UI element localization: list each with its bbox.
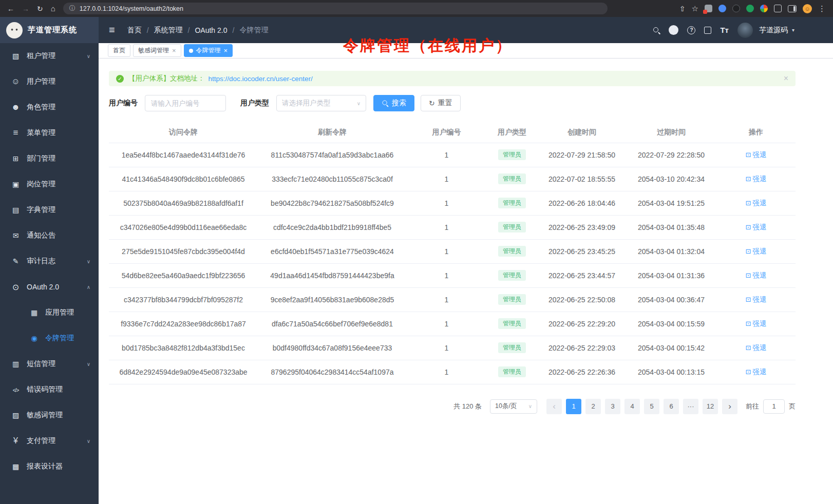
extension-icon[interactable] (705, 5, 712, 12)
sidebar-item-dict[interactable]: 字典管理 (0, 197, 99, 223)
browser-profile-avatar[interactable] (803, 4, 812, 13)
refresh-token-cell: dfa6c71a50a54c66bef706ef9e6e8d81 (258, 312, 407, 336)
user-icon (11, 77, 20, 86)
page-button[interactable]: 1 (566, 399, 581, 414)
close-icon[interactable] (784, 74, 788, 83)
menu-collapse-icon[interactable] (109, 24, 115, 36)
delete-icon (746, 223, 751, 231)
back-icon[interactable] (7, 5, 14, 12)
page-button[interactable]: 3 (605, 399, 620, 414)
sidebar-item-user[interactable]: 用户管理 (0, 69, 99, 94)
force-logout-button[interactable]: 强退 (746, 343, 767, 353)
table-row: b0d1785bc3a8482f812db4a3f3bd15ec b0df498… (109, 336, 796, 360)
sidebar-item-token-manage[interactable]: 令牌管理 (0, 325, 99, 351)
page-button[interactable]: 5 (644, 399, 659, 414)
reload-icon[interactable] (37, 5, 43, 12)
delete-icon (746, 320, 751, 327)
sidebar-item-tenant[interactable]: 租户管理 (0, 43, 99, 69)
sidebar-item-audit-log[interactable]: 审计日志 (0, 248, 99, 274)
goto-page-input[interactable] (763, 399, 785, 414)
help-icon[interactable] (687, 26, 695, 34)
refresh-token-cell: 333ecfc71e02480cb11055c875c3ca0f (258, 167, 407, 191)
page-size-select[interactable]: 10条/页 (490, 399, 537, 414)
github-icon[interactable] (669, 25, 678, 35)
force-logout-button[interactable]: 强退 (746, 247, 767, 256)
breadcrumb: 首页 系统管理 OAuth 2.0 令牌管理 (127, 26, 269, 35)
user-type-badge: 管理员 (498, 294, 526, 305)
user-id-input[interactable] (145, 95, 226, 111)
sidebar-item-menu[interactable]: 菜单管理 (0, 120, 99, 146)
home-icon[interactable] (51, 5, 55, 12)
user-type-badge: 管理员 (498, 149, 526, 161)
extension-icon[interactable] (760, 5, 768, 12)
force-logout-button[interactable]: 强退 (746, 223, 767, 232)
search-button[interactable]: 搜索 (373, 95, 414, 111)
sidebar-item-app-manage[interactable]: 应用管理 (0, 300, 99, 325)
user-id-cell: 1 (407, 167, 486, 191)
force-logout-button[interactable]: 强退 (746, 367, 767, 377)
extension-icon[interactable] (732, 5, 740, 12)
force-logout-button[interactable]: 强退 (746, 295, 767, 304)
access-token-cell: 275e5de9151045fe87cbdc395e004f4d (109, 239, 258, 263)
force-logout-button[interactable]: 强退 (746, 175, 767, 184)
extension-icon[interactable] (718, 5, 726, 12)
next-page-button[interactable] (722, 399, 737, 414)
app-logo[interactable]: 芋道管理系统 (0, 17, 99, 43)
breadcrumb-item[interactable]: 系统管理 (154, 26, 183, 35)
username[interactable]: 芋道源码 (759, 26, 788, 35)
page-button[interactable]: 2 (585, 399, 601, 414)
page-button[interactable]: ··· (683, 399, 698, 414)
force-logout-button[interactable]: 强退 (746, 199, 767, 208)
tab-sensitive-word[interactable]: 敏感词管理 (133, 44, 181, 57)
menu-icon (11, 128, 20, 138)
user-type-select[interactable]: 请选择用户类型 (276, 95, 366, 111)
extensions-puzzle-icon[interactable] (774, 5, 782, 12)
font-size-icon[interactable] (720, 26, 729, 34)
sidebar-item-payment[interactable]: 支付管理 (0, 428, 99, 454)
sidebar-item-post[interactable]: 岗位管理 (0, 171, 99, 197)
report-designer-icon (11, 462, 20, 471)
sidebar-item-dept[interactable]: 部门管理 (0, 146, 99, 171)
sidebar-item-sms[interactable]: 短信管理 (0, 351, 99, 377)
bookmark-star-icon[interactable] (692, 5, 698, 12)
address-bar[interactable]: 127.0.0.1:1024/system/oauth2/token (63, 3, 608, 14)
sidebar-item-notice[interactable]: 通知公告 (0, 223, 99, 248)
side-panel-icon[interactable] (788, 5, 797, 12)
sidebar-item-sensitive-word[interactable]: 敏感词管理 (0, 402, 99, 428)
force-logout-button[interactable]: 强退 (746, 271, 767, 280)
sidebar-item-role[interactable]: 角色管理 (0, 94, 99, 120)
page-button[interactable]: 6 (664, 399, 679, 414)
action-cell: 强退 (716, 312, 796, 336)
breadcrumb-item[interactable]: 首页 (127, 26, 142, 35)
tab-token-manage[interactable]: 令牌管理 (184, 44, 233, 57)
sidebar-item-error-code[interactable]: 错误码管理 (0, 377, 99, 402)
share-icon[interactable] (679, 5, 686, 12)
user-avatar[interactable] (737, 23, 753, 38)
browser-menu-icon[interactable] (818, 5, 826, 12)
forward-icon[interactable] (22, 5, 29, 12)
sidebar-item-oauth[interactable]: OAuth 2.0 (0, 274, 99, 300)
close-icon[interactable] (224, 47, 228, 54)
column-header: 用户编号 (407, 123, 486, 143)
info-icon[interactable] (69, 4, 75, 13)
sidebar-item-report-designer[interactable]: 报表设计器 (0, 454, 99, 479)
page-button[interactable]: 12 (703, 399, 718, 414)
chevron-down-icon (87, 259, 90, 264)
tab-home[interactable]: 首页 (108, 44, 130, 57)
search-icon[interactable] (653, 27, 660, 34)
close-icon[interactable] (172, 47, 176, 54)
force-logout-button[interactable]: 强退 (746, 150, 767, 160)
access-token-cell: 54d6be82ee5a460a9aedc1f9bf223656 (109, 263, 258, 287)
table-row: c342377bf8b344799dcbf7bf095287f2 9ce8ef2… (109, 287, 796, 312)
breadcrumb-item[interactable]: OAuth 2.0 (195, 26, 227, 34)
doc-alert: 【用户体系】文档地址： https://doc.iocoder.cn/user-… (109, 71, 796, 86)
extension-icon[interactable] (746, 5, 754, 12)
page-button[interactable]: 4 (624, 399, 640, 414)
prev-page-button[interactable] (546, 399, 562, 414)
chevron-down-icon (357, 101, 361, 106)
create-time-cell: 2022-06-25 23:45:25 (538, 239, 626, 263)
fullscreen-icon[interactable] (704, 27, 711, 34)
doc-link[interactable]: https://doc.iocoder.cn/user-center/ (209, 75, 313, 83)
force-logout-button[interactable]: 强退 (746, 319, 767, 328)
reset-button[interactable]: 重置 (421, 95, 461, 111)
